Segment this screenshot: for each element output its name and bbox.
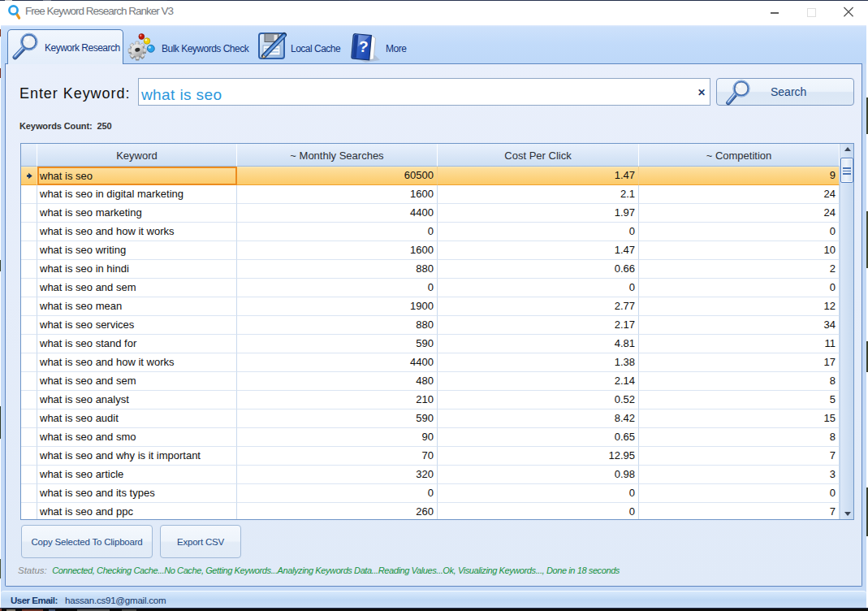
svg-text:?: ? — [358, 38, 369, 56]
